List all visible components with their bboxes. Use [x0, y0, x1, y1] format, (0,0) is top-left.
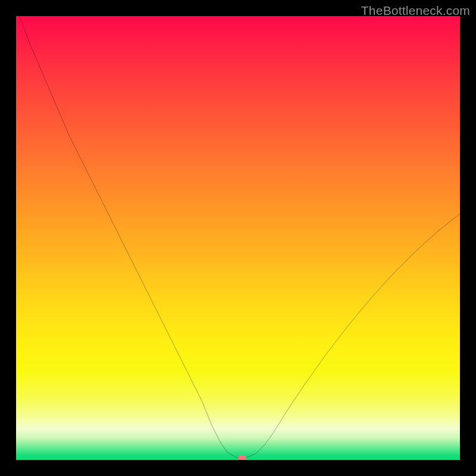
optimum-marker	[238, 455, 246, 460]
bottleneck-curve	[16, 16, 460, 460]
chart-frame: TheBottleneck.com	[0, 0, 476, 476]
plot-area	[16, 16, 460, 460]
watermark-text: TheBottleneck.com	[361, 4, 470, 18]
